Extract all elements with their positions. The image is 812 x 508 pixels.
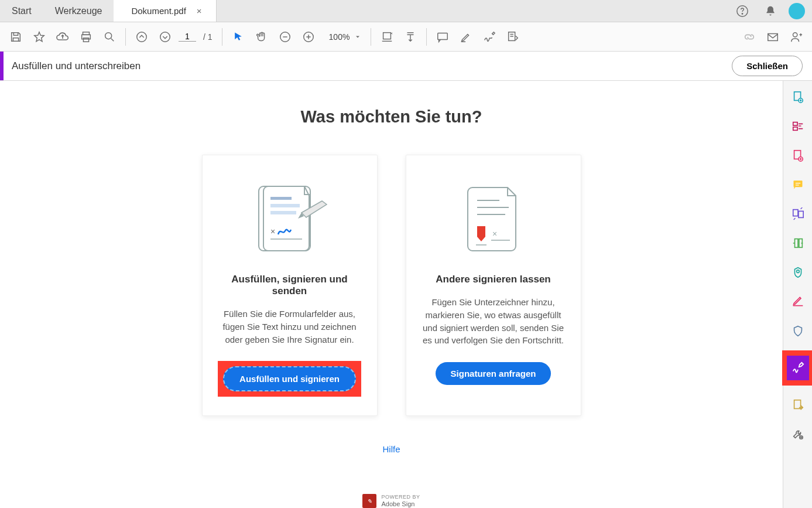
accent-strip (0, 52, 4, 80)
svg-point-6 (137, 32, 147, 42)
svg-rect-29 (793, 122, 797, 126)
toolbar: / 1 100% (0, 22, 812, 52)
svg-rect-36 (794, 239, 798, 248)
page-down-icon[interactable] (155, 27, 175, 47)
selection-tool-icon[interactable] (228, 27, 248, 47)
rail-export-icon[interactable] (790, 397, 806, 412)
tabs-bar: Start Werkzeuge Dokument.pdf × (0, 0, 812, 22)
svg-point-5 (105, 32, 112, 39)
svg-point-38 (796, 270, 799, 273)
bell-icon[interactable] (760, 1, 780, 21)
adobe-sign-badge-icon: ✎ (362, 494, 376, 508)
rail-comment-icon[interactable] (790, 177, 806, 192)
hand-tool-icon[interactable] (252, 27, 272, 47)
svg-rect-33 (793, 180, 802, 187)
svg-rect-16 (270, 197, 292, 200)
svg-rect-30 (793, 127, 797, 131)
tab-tools[interactable]: Werkzeuge (43, 0, 114, 22)
highlight-icon[interactable] (456, 27, 476, 47)
svg-rect-35 (798, 211, 803, 217)
svg-text:×: × (492, 229, 497, 238)
svg-rect-34 (793, 210, 797, 216)
tool-title: Ausfüllen und unterschreiben (12, 60, 141, 72)
rail-stamp-icon[interactable] (790, 265, 806, 280)
scroll-mode-icon[interactable] (400, 27, 420, 47)
card-request-signatures: × Andere signieren lassen Fügen Sie Unte… (406, 155, 581, 416)
rail-redact-icon[interactable] (790, 294, 806, 309)
tab-start[interactable]: Start (0, 0, 43, 22)
rail-more-tools-icon[interactable] (790, 427, 806, 442)
share-user-icon[interactable] (786, 27, 806, 47)
svg-rect-11 (438, 33, 448, 39)
svg-rect-10 (383, 32, 391, 39)
card-left-desc: Füllen Sie die Formularfelder aus, fügen… (217, 308, 363, 346)
request-sign-illustration: × (420, 178, 567, 260)
footer-powered: POWERED BY (381, 495, 420, 500)
highlight-fill-sign-button: Ausfüllen und signieren (218, 361, 361, 397)
tool-header: Ausfüllen und unterschreiben Schließen (0, 52, 812, 81)
rail-protect-icon[interactable] (790, 323, 806, 339)
page-total-label: / 1 (203, 32, 213, 42)
main-area: Was möchten Sie tun? × (0, 81, 812, 508)
rail-combine-icon[interactable] (790, 118, 806, 134)
email-icon[interactable] (763, 27, 783, 47)
rail-create-pdf-icon[interactable] (790, 89, 806, 104)
fill-sign-illustration: × (217, 178, 363, 260)
close-tool-button[interactable]: Schließen (732, 56, 803, 76)
zoom-out-icon[interactable] (275, 27, 295, 47)
cloud-upload-icon[interactable] (53, 27, 73, 47)
star-icon[interactable] (29, 27, 49, 47)
zoom-in-icon[interactable] (299, 27, 318, 47)
zoom-dropdown[interactable]: 100% (322, 32, 365, 42)
help-icon[interactable] (732, 1, 752, 21)
edit-icon[interactable] (503, 27, 523, 47)
help-link[interactable]: Hilfe (382, 444, 400, 454)
svg-rect-15 (263, 186, 310, 251)
svg-rect-17 (270, 204, 300, 207)
svg-rect-4 (83, 37, 88, 41)
comment-icon[interactable] (433, 27, 453, 47)
content-area: Was möchten Sie tun? × (0, 81, 783, 508)
svg-point-14 (793, 32, 797, 36)
page-up-icon[interactable] (132, 27, 152, 47)
rail-organize-icon[interactable] (790, 206, 806, 221)
card-right-desc: Fügen Sie Unterzeichner hinzu, markieren… (420, 296, 567, 347)
save-icon[interactable] (6, 27, 26, 47)
cards-row: × Ausfüllen, signieren und senden Füllen… (0, 155, 783, 416)
right-tools-rail (783, 81, 812, 508)
tab-document-label: Dokument.pdf (131, 6, 186, 16)
highlight-rail-fill-sign (782, 350, 813, 386)
print-icon[interactable] (76, 27, 96, 47)
sign-icon[interactable] (479, 27, 499, 47)
user-avatar[interactable] (789, 3, 805, 19)
svg-text:×: × (270, 227, 275, 236)
page-number-input[interactable] (179, 32, 196, 42)
fill-and-sign-button[interactable]: Ausfüllen und signieren (223, 366, 356, 391)
find-icon[interactable] (100, 27, 119, 47)
rail-compress-icon[interactable] (790, 236, 806, 251)
rail-edit-pdf-icon[interactable] (790, 148, 806, 163)
svg-rect-18 (270, 211, 296, 214)
svg-point-1 (742, 13, 742, 13)
svg-point-7 (160, 32, 170, 42)
zoom-value: 100% (329, 32, 350, 42)
fit-width-icon[interactable] (377, 27, 397, 47)
request-signatures-button[interactable]: Signaturen anfragen (436, 362, 551, 385)
card-right-title: Andere signieren lassen (420, 274, 567, 285)
tab-document[interactable]: Dokument.pdf × (114, 0, 216, 22)
svg-rect-13 (768, 33, 778, 40)
headline: Was möchten Sie tun? (0, 107, 783, 127)
tab-close-button[interactable]: × (197, 6, 202, 16)
footer-brand: Adobe Sign (381, 500, 420, 507)
link-icon[interactable] (739, 27, 759, 47)
card-left-title: Ausfüllen, signieren und senden (217, 274, 363, 297)
rail-fill-sign-icon[interactable] (787, 356, 809, 380)
card-fill-sign: × Ausfüllen, signieren und senden Füllen… (202, 155, 378, 416)
tabs-right (732, 0, 812, 22)
footer: ✎ POWERED BY Adobe Sign (0, 494, 783, 508)
